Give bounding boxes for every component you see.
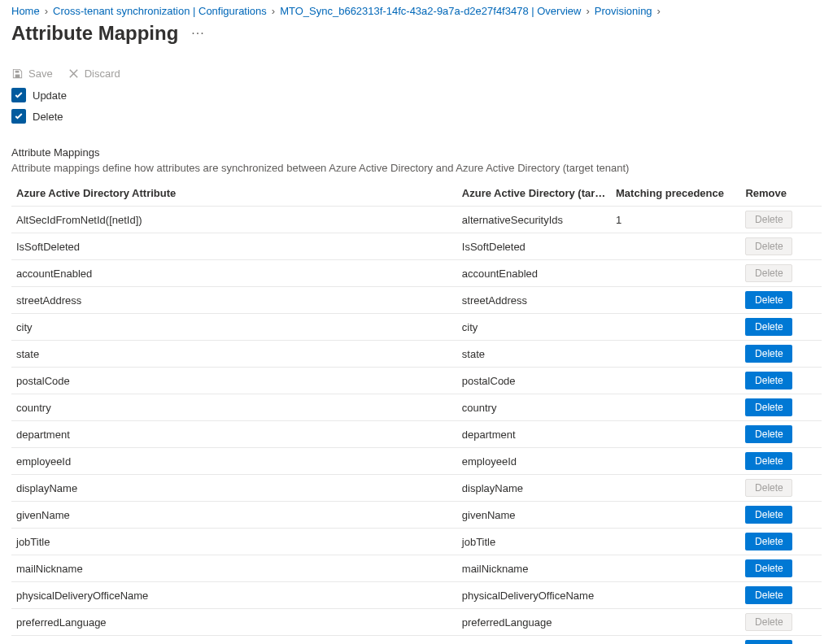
cell-precedence — [611, 260, 740, 287]
save-icon — [11, 67, 24, 80]
cell-source: IsSoftDeleted — [11, 233, 457, 260]
delete-row-button: Delete — [745, 613, 792, 631]
delete-row-button[interactable]: Delete — [745, 640, 792, 644]
delete-row-button[interactable]: Delete — [745, 533, 792, 550]
check-icon — [14, 90, 24, 100]
delete-row-button[interactable]: Delete — [745, 345, 792, 363]
delete-row-button[interactable]: Delete — [745, 452, 792, 470]
cell-source: streetAddress — [11, 287, 457, 314]
table-row[interactable]: departmentdepartmentDelete — [11, 421, 822, 448]
cell-precedence — [611, 582, 740, 609]
delete-row-button[interactable]: Delete — [745, 291, 792, 309]
delete-checkbox[interactable] — [11, 109, 26, 124]
update-checkbox[interactable] — [11, 88, 26, 102]
cell-precedence — [611, 636, 740, 645]
delete-row-button[interactable]: Delete — [745, 318, 792, 336]
table-row[interactable]: displayNamedisplayNameDelete — [11, 475, 822, 502]
col-precedence[interactable]: Matching precedence — [611, 181, 740, 207]
table-row[interactable]: accountEnabledaccountEnabledDelete — [11, 260, 822, 287]
section-title: Attribute Mappings — [11, 146, 822, 159]
cell-source: mailNickname — [11, 555, 457, 582]
table-row[interactable]: IsSoftDeletedIsSoftDeletedDelete — [11, 233, 822, 260]
discard-button[interactable]: Discard — [68, 67, 120, 80]
cell-precedence — [611, 555, 740, 582]
breadcrumb-link[interactable]: Provisioning — [595, 5, 652, 17]
cell-source: surname — [11, 636, 457, 645]
delete-row-button[interactable]: Delete — [745, 372, 792, 389]
table-row[interactable]: AltSecIdFromNetId([netId])alternativeSec… — [11, 207, 822, 233]
cell-target: displayName — [457, 475, 611, 502]
discard-label: Discard — [85, 67, 120, 80]
cell-target: country — [457, 394, 611, 421]
cell-remove: Delete — [740, 609, 822, 636]
cell-remove: Delete — [740, 582, 822, 609]
cell-target: accountEnabled — [457, 260, 611, 287]
delete-row-button: Delete — [745, 211, 792, 228]
delete-label: Delete — [33, 111, 63, 123]
cell-source: givenName — [11, 502, 457, 529]
chevron-right-icon: › — [45, 5, 48, 17]
table-row[interactable]: physicalDeliveryOfficeNamephysicalDelive… — [11, 582, 822, 609]
table-row[interactable]: preferredLanguagepreferredLanguageDelete — [11, 609, 822, 636]
col-target[interactable]: Azure Active Directory (target tenant) … — [457, 181, 611, 207]
cell-target: IsSoftDeleted — [457, 233, 611, 260]
more-actions-button[interactable]: ··· — [188, 26, 207, 41]
cell-precedence — [611, 287, 740, 314]
cell-remove: Delete — [740, 314, 822, 341]
table-row[interactable]: employeeIdemployeeIdDelete — [11, 448, 822, 475]
cell-target: preferredLanguage — [457, 609, 611, 636]
cell-remove: Delete — [740, 260, 822, 287]
delete-row-button[interactable]: Delete — [745, 506, 792, 524]
section-description: Attribute mappings define how attributes… — [11, 162, 822, 174]
cell-remove: Delete — [740, 502, 822, 529]
save-button[interactable]: Save — [11, 67, 53, 80]
col-source[interactable]: Azure Active Directory Attribute — [11, 181, 457, 207]
table-row[interactable]: streetAddressstreetAddressDelete — [11, 287, 822, 314]
check-icon — [14, 111, 24, 121]
chevron-right-icon: › — [657, 5, 661, 17]
toolbar: Save Discard — [11, 67, 822, 80]
cell-target: surname — [457, 636, 611, 645]
cell-target: city — [457, 314, 611, 341]
cell-target: department — [457, 421, 611, 448]
cell-precedence: 1 — [611, 207, 740, 233]
cell-precedence — [611, 609, 740, 636]
table-row[interactable]: countrycountryDelete — [11, 394, 822, 421]
cell-precedence — [611, 394, 740, 421]
breadcrumb-link[interactable]: Home — [11, 5, 40, 17]
table-row[interactable]: citycityDelete — [11, 314, 822, 341]
delete-row-button: Delete — [745, 264, 792, 282]
table-row[interactable]: statestateDelete — [11, 341, 822, 368]
delete-row-button[interactable]: Delete — [745, 398, 792, 416]
cell-precedence — [611, 341, 740, 368]
cell-target: jobTitle — [457, 529, 611, 555]
cell-source: accountEnabled — [11, 260, 457, 287]
cell-remove: Delete — [740, 368, 822, 394]
chevron-right-icon: › — [586, 5, 589, 17]
breadcrumb-link[interactable]: MTO_Sync_b662313f-14fc-43a2-9a7a-d2e27f4… — [280, 5, 581, 17]
cell-remove: Delete — [740, 448, 822, 475]
table-row[interactable]: jobTitlejobTitleDelete — [11, 529, 822, 555]
table-row[interactable]: givenNamegivenNameDelete — [11, 502, 822, 529]
cell-source: displayName — [11, 475, 457, 502]
table-row[interactable]: surnamesurnameDelete — [11, 636, 822, 645]
breadcrumb-link[interactable]: Cross-tenant synchronization | Configura… — [53, 5, 267, 17]
cell-remove: Delete — [740, 475, 822, 502]
table-row[interactable]: mailNicknamemailNicknameDelete — [11, 555, 822, 582]
cell-source: country — [11, 394, 457, 421]
delete-row-button[interactable]: Delete — [745, 425, 792, 443]
cell-source: jobTitle — [11, 529, 457, 555]
cell-precedence — [611, 475, 740, 502]
cell-precedence — [611, 233, 740, 260]
cell-target: postalCode — [457, 368, 611, 394]
cell-target: alternativeSecurityIds — [457, 207, 611, 233]
cell-source: postalCode — [11, 368, 457, 394]
delete-row-button[interactable]: Delete — [745, 559, 792, 577]
cell-source: employeeId — [11, 448, 457, 475]
delete-row-button[interactable]: Delete — [745, 586, 792, 604]
chevron-right-icon: › — [272, 5, 275, 17]
cell-target: givenName — [457, 502, 611, 529]
table-row[interactable]: postalCodepostalCodeDelete — [11, 368, 822, 394]
delete-row-button: Delete — [745, 237, 792, 255]
cell-precedence — [611, 502, 740, 529]
